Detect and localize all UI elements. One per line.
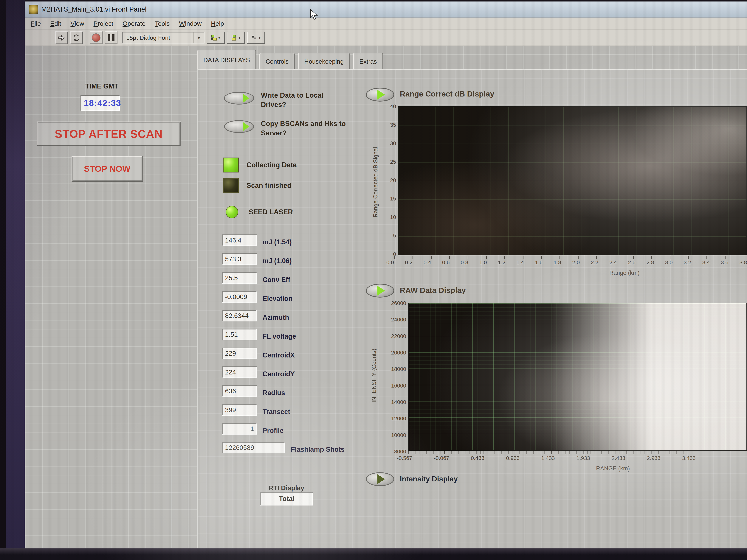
y-tick: 18000 [386, 366, 406, 372]
range-correct-db-toggle[interactable] [366, 88, 394, 102]
numeric-value: 146.4 [225, 237, 254, 244]
chevron-down-icon[interactable]: ▼ [194, 32, 204, 43]
tab[interactable]: Housekeeping [298, 53, 350, 70]
menu-item[interactable]: Operate [118, 20, 150, 27]
abort-icon [92, 33, 101, 42]
range-correct-db-chart: Range Corrected dB Signal 40353025201510… [364, 104, 747, 283]
readout-row: 25.5 Conv Eff [222, 268, 344, 287]
numeric-indicator: 1.51 [222, 329, 257, 340]
toggle-switch[interactable] [224, 92, 254, 105]
tab-page-data-displays: Write Data to Local Drives? Copy BSCANs … [197, 69, 747, 549]
y-tick: 20 [385, 177, 396, 184]
y-tick: 16000 [386, 383, 406, 389]
menu-item[interactable]: Window [175, 20, 206, 27]
chevron-down-icon: ▾ [218, 35, 220, 40]
numeric-readouts: 146.4 mJ (1.54) 573.3 mJ (1.06) 25 [222, 231, 344, 457]
readout-row: 12260589 Flashlamp Shots [222, 438, 344, 457]
toggle-switch[interactable] [224, 120, 254, 133]
intensity-display-toggle[interactable] [366, 472, 394, 486]
tab[interactable]: DATA DISPLAYS [197, 50, 256, 70]
numeric-label: Elevation [263, 295, 292, 302]
x-tick: 3.4 [702, 260, 710, 266]
rti-display-selector[interactable]: Total [260, 492, 313, 506]
y-tick: 30 [385, 140, 396, 146]
run-button[interactable] [55, 31, 68, 44]
x-axis-tick-marks [408, 451, 694, 454]
y-tick: 8000 [386, 449, 406, 455]
menu-item[interactable]: Edit [46, 20, 66, 27]
y-tick: 40 [385, 103, 396, 110]
abort-button[interactable] [90, 31, 103, 44]
time-gmt-display: 18:42:33 [80, 96, 120, 111]
toggle-label: Copy BSCANs and Hks to Server? [261, 119, 351, 138]
x-axis-tick-labels: 0.00.20.40.60.81.01.21.41.61.82.02.22.42… [386, 260, 747, 266]
run-continuously-button[interactable] [70, 31, 83, 44]
font-selector[interactable]: 15pt Dialog Font ▼ [122, 32, 205, 44]
menu-item[interactable]: File [26, 20, 46, 27]
reorder-objects-button[interactable]: ▾ [247, 32, 265, 44]
x-tick: 2.4 [609, 260, 617, 266]
y-tick: 12000 [386, 416, 406, 422]
x-tick: 1.0 [480, 260, 487, 266]
titlebar[interactable]: M2HATS_Main_3.01.vi Front Panel [25, 1, 747, 18]
x-tick: 1.933 [576, 455, 590, 461]
numeric-label: Azimuth [263, 314, 289, 321]
x-tick: 1.4 [517, 260, 524, 266]
numeric-label: FL voltage [263, 332, 296, 340]
align-objects-button[interactable]: ▾ [207, 32, 225, 44]
numeric-value: -0.0009 [225, 293, 254, 300]
numeric-value: 573.3 [225, 256, 254, 263]
readout-row: 224 CentroidY [222, 363, 344, 381]
window-title: M2HATS_Main_3.01.vi Front Panel [41, 5, 147, 13]
menu-item[interactable]: View [66, 20, 89, 27]
numeric-indicator: 146.4 [222, 235, 257, 246]
monitor-bezel-bottom [0, 549, 747, 560]
desktop-background [6, 0, 25, 549]
numeric-indicator: 224 [222, 367, 257, 378]
x-tick: 1.8 [554, 260, 561, 266]
toggle-row: Copy BSCANs and Hks to Server? [224, 119, 351, 145]
toggle-switch-group: Write Data to Local Drives? Copy BSCANs … [224, 91, 351, 145]
x-tick: -0.067 [434, 455, 449, 461]
y-tick: 25 [385, 159, 396, 165]
led-indicator [223, 158, 239, 172]
y-tick: 10 [385, 214, 396, 220]
chevron-down-icon: ▾ [258, 35, 260, 40]
menu-item[interactable]: Project [89, 20, 118, 27]
time-gmt-value: 18:42:33 [84, 98, 121, 108]
readout-row: 399 Transect [222, 400, 344, 419]
rti-display-value: Total [279, 495, 294, 503]
y-tick: 20000 [386, 350, 406, 356]
numeric-label: Profile [263, 427, 283, 434]
led-row: SEED LASER [223, 202, 297, 222]
tab-label: Extras [359, 58, 377, 65]
distribute-objects-button[interactable]: ▾ [227, 32, 245, 44]
x-tick: 1.6 [535, 260, 542, 266]
raw-data-display-toggle[interactable] [366, 284, 394, 297]
x-tick: 3.2 [684, 260, 691, 266]
numeric-value: 399 [225, 406, 254, 414]
led-label: Collecting Data [247, 161, 297, 169]
y-axis-title: INTENSITY (Counts) [371, 318, 378, 433]
readout-row: 573.3 mJ (1.06) [222, 249, 344, 268]
led-indicator [223, 178, 239, 193]
led-label: Scan finished [247, 182, 291, 189]
tab[interactable]: Controls [259, 53, 295, 70]
pause-button[interactable] [105, 31, 118, 44]
x-tick: 0.933 [506, 455, 520, 461]
readout-row: 1.51 FL voltage [222, 325, 344, 344]
tab[interactable]: Extras [353, 53, 383, 70]
x-axis-tick-labels: -0.567-0.0670.4330.9331.4331.9332.4332.9… [397, 455, 696, 461]
y-tick: 10000 [386, 432, 406, 438]
tab-strip: DATA DISPLAYS Controls Housekeeping Extr… [197, 50, 383, 70]
menu-item[interactable]: Tools [150, 20, 174, 27]
numeric-indicator: 12260589 [222, 442, 285, 453]
menu-item[interactable]: Help [206, 20, 229, 27]
mouse-cursor [310, 9, 318, 21]
readout-row: 1 Profile [222, 419, 344, 438]
stop-now-button[interactable]: STOP NOW [72, 156, 143, 182]
stop-after-scan-button[interactable]: STOP AFTER SCAN [36, 122, 181, 146]
distribute-objects-icon [231, 35, 237, 41]
rti-display-label: RTI Display [259, 484, 313, 492]
run-continuous-icon [73, 34, 80, 42]
